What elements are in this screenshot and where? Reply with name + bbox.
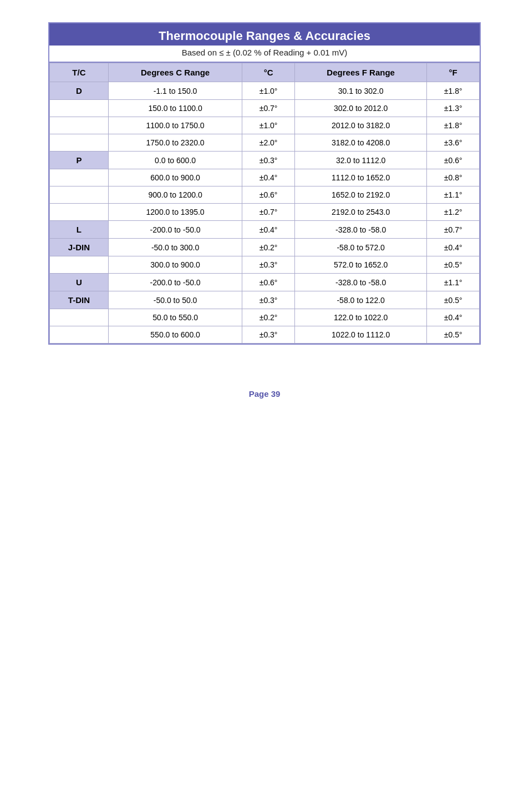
table-cell-tc: J-DIN xyxy=(50,239,109,256)
table-cell-tc xyxy=(50,204,109,221)
table-cell-deg-c-range: -50.0 to 300.0 xyxy=(108,239,242,256)
table-cell-tc: D xyxy=(50,82,109,100)
table-cell-deg-f-range: 1112.0 to 1652.0 xyxy=(294,169,427,186)
table-cell-celsius-accuracy: ±0.3° xyxy=(242,291,295,309)
page-footer: Page 39 xyxy=(249,389,281,399)
table-cell-fahrenheit-accuracy: ±1.3° xyxy=(427,100,480,117)
table-cell-fahrenheit-accuracy: ±0.6° xyxy=(427,152,480,169)
table-cell-celsius-accuracy: ±0.3° xyxy=(242,152,295,169)
table-cell-deg-f-range: 3182.0 to 4208.0 xyxy=(294,134,427,152)
table-cell-fahrenheit-accuracy: ±1.8° xyxy=(427,82,480,100)
table-cell-deg-f-range: -58.0 to 572.0 xyxy=(294,239,427,256)
table-cell-fahrenheit-accuracy: ±0.8° xyxy=(427,169,480,186)
table-cell-celsius-accuracy: ±0.6° xyxy=(242,274,295,291)
table-cell-deg-f-range: 302.0 to 2012.0 xyxy=(294,100,427,117)
table-cell-deg-f-range: 2192.0 to 2543.0 xyxy=(294,204,427,221)
table-subtitle: Based on ≤ ± (0.02 % of Reading + 0.01 m… xyxy=(49,46,480,63)
table-cell-tc xyxy=(50,169,109,186)
table-cell-tc: P xyxy=(50,152,109,169)
table-cell-celsius-accuracy: ±0.4° xyxy=(242,169,295,186)
header-tc: T/C xyxy=(50,63,109,82)
table-cell-tc: T-DIN xyxy=(50,291,109,309)
table-cell-celsius-accuracy: ±0.3° xyxy=(242,256,295,274)
table-cell-deg-f-range: -328.0 to -58.0 xyxy=(294,221,427,239)
table-cell-celsius-accuracy: ±2.0° xyxy=(242,134,295,152)
table-cell-tc xyxy=(50,326,109,344)
table-cell-fahrenheit-accuracy: ±0.4° xyxy=(427,309,480,326)
table-cell-fahrenheit-accuracy: ±1.1° xyxy=(427,274,480,291)
table-cell-fahrenheit-accuracy: ±0.7° xyxy=(427,221,480,239)
table-cell-celsius-accuracy: ±0.2° xyxy=(242,239,295,256)
table-cell-deg-f-range: -328.0 to -58.0 xyxy=(294,274,427,291)
header-deg-f-range: Degrees F Range xyxy=(294,63,427,82)
table-cell-deg-c-range: 150.0 to 1100.0 xyxy=(108,100,242,117)
table-cell-celsius-accuracy: ±0.2° xyxy=(242,309,295,326)
table-cell-celsius-accuracy: ±0.6° xyxy=(242,186,295,204)
table-cell-fahrenheit-accuracy: ±1.1° xyxy=(427,186,480,204)
table-cell-deg-f-range: 30.1 to 302.0 xyxy=(294,82,427,100)
table-cell-tc xyxy=(50,117,109,134)
table-cell-deg-f-range: 32.0 to 1112.0 xyxy=(294,152,427,169)
table-cell-celsius-accuracy: ±0.3° xyxy=(242,326,295,344)
table-cell-deg-c-range: 0.0 to 600.0 xyxy=(108,152,242,169)
table-cell-deg-f-range: 572.0 to 1652.0 xyxy=(294,256,427,274)
table-cell-deg-c-range: -50.0 to 50.0 xyxy=(108,291,242,309)
table-cell-tc xyxy=(50,256,109,274)
table-cell-fahrenheit-accuracy: ±1.2° xyxy=(427,204,480,221)
table-cell-deg-f-range: 1022.0 to 1112.0 xyxy=(294,326,427,344)
table-cell-celsius-accuracy: ±0.4° xyxy=(242,221,295,239)
table-cell-deg-c-range: 1100.0 to 1750.0 xyxy=(108,117,242,134)
table-cell-fahrenheit-accuracy: ±0.5° xyxy=(427,326,480,344)
table-cell-deg-c-range: 300.0 to 900.0 xyxy=(108,256,242,274)
table-cell-tc xyxy=(50,309,109,326)
table-cell-deg-c-range: 900.0 to 1200.0 xyxy=(108,186,242,204)
table-cell-deg-c-range: 1200.0 to 1395.0 xyxy=(108,204,242,221)
header-celsius: °C xyxy=(242,63,295,82)
table-cell-deg-c-range: -200.0 to -50.0 xyxy=(108,274,242,291)
table-cell-fahrenheit-accuracy: ±0.4° xyxy=(427,239,480,256)
table-cell-celsius-accuracy: ±1.0° xyxy=(242,82,295,100)
table-cell-deg-f-range: 2012.0 to 3182.0 xyxy=(294,117,427,134)
main-table-wrapper: Thermocouple Ranges & Accuracies Based o… xyxy=(48,22,481,345)
table-cell-deg-f-range: 122.0 to 1022.0 xyxy=(294,309,427,326)
data-table: T/C Degrees C Range °C Degrees F Range °… xyxy=(49,63,480,344)
table-cell-celsius-accuracy: ±1.0° xyxy=(242,117,295,134)
header-deg-c-range: Degrees C Range xyxy=(108,63,242,82)
table-cell-fahrenheit-accuracy: ±1.8° xyxy=(427,117,480,134)
table-cell-celsius-accuracy: ±0.7° xyxy=(242,100,295,117)
table-cell-fahrenheit-accuracy: ±0.5° xyxy=(427,291,480,309)
table-cell-deg-c-range: -200.0 to -50.0 xyxy=(108,221,242,239)
table-cell-deg-c-range: 550.0 to 600.0 xyxy=(108,326,242,344)
table-title: Thermocouple Ranges & Accuracies xyxy=(49,23,480,46)
header-fahrenheit: °F xyxy=(427,63,480,82)
table-cell-celsius-accuracy: ±0.7° xyxy=(242,204,295,221)
table-cell-tc xyxy=(50,134,109,152)
table-cell-fahrenheit-accuracy: ±0.5° xyxy=(427,256,480,274)
table-cell-tc: U xyxy=(50,274,109,291)
table-cell-tc xyxy=(50,186,109,204)
table-cell-deg-f-range: -58.0 to 122.0 xyxy=(294,291,427,309)
table-cell-tc xyxy=(50,100,109,117)
table-cell-deg-f-range: 1652.0 to 2192.0 xyxy=(294,186,427,204)
table-cell-fahrenheit-accuracy: ±3.6° xyxy=(427,134,480,152)
table-cell-deg-c-range: 50.0 to 550.0 xyxy=(108,309,242,326)
table-cell-tc: L xyxy=(50,221,109,239)
table-cell-deg-c-range: 1750.0 to 2320.0 xyxy=(108,134,242,152)
table-cell-deg-c-range: -1.1 to 150.0 xyxy=(108,82,242,100)
table-cell-deg-c-range: 600.0 to 900.0 xyxy=(108,169,242,186)
